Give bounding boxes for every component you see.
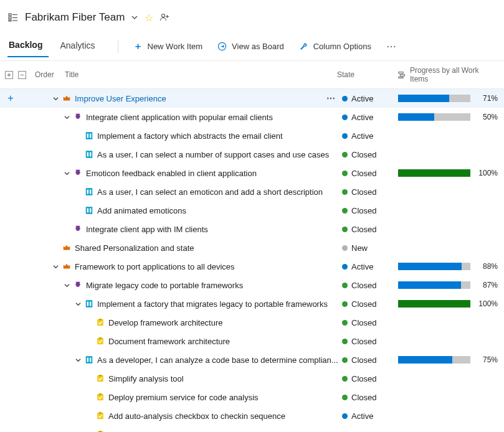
column-options-button[interactable]: Column Options xyxy=(293,39,378,54)
title-cell: Implement a factory that migrates legacy… xyxy=(21,299,342,309)
state-dot-icon xyxy=(342,133,348,139)
state-dot-icon xyxy=(342,245,348,251)
progress-bar xyxy=(398,95,470,102)
expand-chevron-icon[interactable] xyxy=(64,171,70,176)
column-title[interactable]: Title xyxy=(65,70,332,79)
expand-chevron-icon[interactable] xyxy=(75,301,81,307)
work-item-title[interactable]: Deploy premium service for code analysis xyxy=(108,393,259,402)
progress-cell: 75% xyxy=(398,355,498,364)
table-row[interactable]: +Improve User Experience⋯Active71% xyxy=(0,89,504,108)
row-more-icon[interactable]: ⋯ xyxy=(326,93,336,103)
wrench-icon xyxy=(299,42,308,51)
work-item-title[interactable]: As a user, I can select a number of supp… xyxy=(97,150,329,159)
title-cell: Add test suite for automation xyxy=(21,430,342,433)
team-picker-chevron[interactable] xyxy=(131,14,138,21)
table-row[interactable]: Integrate client app with IM clientsClos… xyxy=(0,220,504,238)
work-item-title[interactable]: Shared Personalization and state xyxy=(75,243,194,253)
expand-chevron-icon[interactable] xyxy=(75,357,81,363)
title-cell: Simplify analysis tool xyxy=(21,374,342,383)
epic-icon xyxy=(62,262,71,271)
table-row[interactable]: Simplify analysis toolClosed xyxy=(0,369,504,388)
work-item-title[interactable]: Integrate client application with popula… xyxy=(86,113,273,122)
state-label: Closed xyxy=(351,299,376,309)
title-cell: Implement a factory which abstracts the … xyxy=(21,131,342,141)
work-item-title[interactable]: Framework to port applications to all de… xyxy=(75,262,235,271)
progress-bar xyxy=(398,169,470,177)
table-row[interactable]: Develop framework architectureClosed xyxy=(0,313,504,332)
column-progress[interactable]: Progress by all Work Items xyxy=(398,66,498,83)
table-row[interactable]: Migrate legacy code to portable framewor… xyxy=(0,276,504,294)
view-as-board-button[interactable]: View as Board xyxy=(211,39,290,54)
toolbar-separator xyxy=(118,40,118,53)
expand-chevron-icon[interactable] xyxy=(64,283,70,288)
expand-chevron-icon[interactable] xyxy=(64,115,70,120)
title-cell: Framework to port applications to all de… xyxy=(21,262,342,271)
table-row[interactable]: Emoticon feedback enabled in client appl… xyxy=(0,164,504,182)
work-item-title[interactable]: Develop framework architecture xyxy=(108,318,223,327)
table-row[interactable]: Implement a factory that migrates legacy… xyxy=(0,294,504,313)
work-item-title[interactable]: Integrate client app with IM clients xyxy=(86,225,208,234)
story-icon xyxy=(85,150,93,159)
toolbar-more-icon[interactable]: ⋯ xyxy=(380,40,404,52)
svg-rect-0 xyxy=(9,14,11,16)
state-cell: Closed xyxy=(342,169,398,178)
state-dot-icon xyxy=(342,171,348,176)
state-cell: Closed xyxy=(342,318,398,327)
table-row[interactable]: Shared Personalization and stateNew xyxy=(0,238,504,257)
column-state[interactable]: State xyxy=(337,70,393,79)
add-child-button[interactable]: + xyxy=(0,93,21,104)
work-item-title[interactable]: Add test suite for automation xyxy=(108,430,211,433)
new-work-item-button[interactable]: ＋ New Work Item xyxy=(127,38,209,55)
collapse-all-button[interactable]: − xyxy=(18,71,26,79)
table-row[interactable]: Framework to port applications to all de… xyxy=(0,257,504,276)
state-label: Closed xyxy=(351,430,376,433)
favorite-star-icon[interactable]: ☆ xyxy=(145,12,153,24)
title-cell: Emoticon feedback enabled in client appl… xyxy=(21,169,342,178)
state-cell: Closed xyxy=(342,374,398,383)
table-row[interactable]: Integrate client application with popula… xyxy=(0,108,504,126)
state-cell: Closed xyxy=(342,281,398,290)
table-row[interactable]: As a user, I can select a number of supp… xyxy=(0,145,504,164)
work-item-title[interactable]: Improve User Experience xyxy=(75,94,166,103)
table-row[interactable]: Deploy premium service for code analysis… xyxy=(0,388,504,406)
state-cell: Closed xyxy=(342,206,398,215)
state-cell: Closed xyxy=(342,337,398,346)
progress-percent: 71% xyxy=(475,94,498,103)
work-item-title[interactable]: Implement a factory that migrates legacy… xyxy=(97,299,328,309)
column-order[interactable]: Order xyxy=(35,70,60,79)
task-icon xyxy=(96,393,105,401)
state-label: Active xyxy=(351,131,373,141)
state-cell: Active xyxy=(342,94,398,103)
tab-backlog[interactable]: Backlog xyxy=(7,36,49,57)
title-cell: Integrate client app with IM clients xyxy=(21,225,342,234)
state-label: Active xyxy=(351,411,373,421)
epic-icon xyxy=(62,94,71,103)
state-dot-icon xyxy=(342,320,348,326)
table-row[interactable]: Add animated emoticonsClosed xyxy=(0,201,504,220)
work-item-title[interactable]: Document framework architecture xyxy=(108,337,230,346)
work-item-title[interactable]: As a user, I can select an emoticon and … xyxy=(97,187,323,197)
table-row[interactable]: As a developer, I can analyze a code bas… xyxy=(0,350,504,369)
table-row[interactable]: Document framework architectureClosed xyxy=(0,332,504,350)
work-item-title[interactable]: Emoticon feedback enabled in client appl… xyxy=(86,169,257,178)
expand-chevron-icon[interactable] xyxy=(52,96,59,101)
expand-all-button[interactable]: + xyxy=(5,71,13,79)
state-label: Closed xyxy=(351,187,376,197)
title-cell: Improve User Experience xyxy=(21,94,326,103)
table-row[interactable]: As a user, I can select an emoticon and … xyxy=(0,182,504,201)
svg-rect-12 xyxy=(399,77,403,78)
team-members-icon[interactable] xyxy=(159,12,169,22)
work-item-title[interactable]: Add auto-analysis checkbox to checkin se… xyxy=(108,411,285,421)
table-row[interactable]: Add test suite for automationClosed xyxy=(0,425,504,432)
table-row[interactable]: Implement a factory which abstracts the … xyxy=(0,126,504,145)
work-item-title[interactable]: Migrate legacy code to portable framewor… xyxy=(86,281,243,290)
table-row[interactable]: Add auto-analysis checkbox to checkin se… xyxy=(0,406,504,425)
work-item-title[interactable]: As a developer, I can analyze a code bas… xyxy=(97,355,338,365)
work-item-title[interactable]: Simplify analysis tool xyxy=(108,374,184,383)
tab-analytics[interactable]: Analytics xyxy=(59,37,101,57)
work-item-title[interactable]: Add animated emoticons xyxy=(97,206,186,215)
epic-icon xyxy=(62,243,71,252)
title-cell: As a developer, I can analyze a code bas… xyxy=(21,355,342,365)
expand-chevron-icon[interactable] xyxy=(52,264,59,270)
work-item-title[interactable]: Implement a factory which abstracts the … xyxy=(97,131,283,141)
